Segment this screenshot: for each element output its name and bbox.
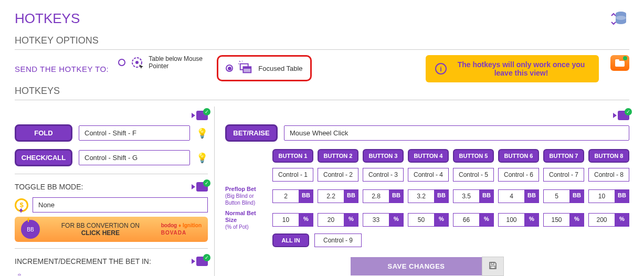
section-hotkeys: HOTKEYS: [15, 86, 629, 97]
bb-badge-icon: BB: [21, 220, 40, 239]
check-call-button[interactable]: CHECK/CALL: [15, 149, 72, 166]
section-options: HOTKEY OPTIONS: [15, 35, 629, 46]
button-header-3[interactable]: BUTTON 3: [363, 149, 404, 163]
check-hotkey-input[interactable]: Control - Shift - G: [79, 150, 190, 165]
cursor-target-icon: [130, 55, 144, 70]
button-header-8[interactable]: BUTTON 8: [588, 149, 629, 163]
normal-val-7[interactable]: 150: [543, 213, 569, 227]
svg-point-2: [616, 20, 626, 24]
fold-hotkey-input[interactable]: Control - Shift - F: [79, 125, 190, 141]
button-header-4[interactable]: BUTTON 4: [408, 149, 449, 163]
bb-toggle-hotkey-input[interactable]: None: [33, 197, 208, 213]
ctrl-input-7[interactable]: Control - 7: [543, 168, 584, 182]
svg-rect-10: [615, 59, 619, 62]
preflop-val-4[interactable]: 3.2: [408, 189, 434, 203]
bet-raise-hotkey-input[interactable]: Mouse Wheel Click: [284, 125, 629, 141]
focused-window-icon: [238, 61, 253, 76]
ctrl-input-3[interactable]: Control - 3: [363, 168, 404, 182]
inc-folder-expand[interactable]: ✓: [192, 257, 208, 266]
increment-header: INCREMENT/DECREMENT THE BET IN:: [15, 257, 151, 266]
save-disk-icon-button[interactable]: [482, 257, 504, 276]
normal-val-3[interactable]: 33: [363, 213, 389, 227]
preflop-val-7[interactable]: 5: [543, 189, 569, 203]
ctrl-input-6[interactable]: Control - 6: [498, 168, 539, 182]
button-header-5[interactable]: BUTTON 5: [453, 149, 494, 163]
normal-val-8[interactable]: 200: [588, 213, 615, 227]
database-icon[interactable]: [609, 10, 628, 28]
normal-val-2[interactable]: 20: [318, 213, 344, 227]
preflop-val-6[interactable]: 4: [498, 189, 524, 203]
bet-raise-button[interactable]: BET/RAISE: [225, 124, 278, 142]
radio-focused-option-highlighted[interactable]: Focused Table: [217, 55, 311, 81]
toggle-bb-header: TOGGLE BB MODE:: [15, 183, 83, 191]
ctrl-input-1[interactable]: Control - 1: [272, 168, 313, 182]
hint-icon[interactable]: 💡: [196, 152, 208, 164]
svg-rect-8: [244, 67, 251, 69]
promo-click-here[interactable]: CLICK HERE: [45, 229, 156, 237]
bb-conversion-promo[interactable]: BB FOR BB CONVERTION ON CLICK HERE bodog…: [15, 217, 208, 242]
ctrl-input-4[interactable]: Control - 4: [408, 168, 449, 182]
svg-point-5: [135, 61, 139, 64]
preflop-val-3[interactable]: 2.8: [363, 189, 389, 203]
bb-folder-expand[interactable]: ✓: [192, 182, 208, 192]
hint-icon[interactable]: 💡: [196, 128, 208, 139]
radio-pointer-option[interactable]: Table below Mouse Pointer: [118, 55, 212, 70]
all-in-button[interactable]: ALL IN: [272, 233, 309, 247]
ctrl-input-8[interactable]: Control - 8: [588, 168, 629, 182]
normal-val-6[interactable]: 100: [498, 213, 524, 227]
normal-val-5[interactable]: 66: [453, 213, 479, 227]
ctrl-input-5[interactable]: Control - 5: [453, 168, 494, 182]
page-title: HOTKEYS: [15, 10, 629, 27]
warning-notice: i The hotkeys will only work once you le…: [426, 55, 599, 82]
normal-val-1[interactable]: 10: [272, 213, 299, 227]
right-folder-expand[interactable]: ✓: [613, 111, 629, 120]
normal-val-4[interactable]: 50: [408, 213, 434, 227]
button-header-1[interactable]: BUTTON 1: [272, 149, 313, 163]
all-in-hotkey-input[interactable]: Control - 9: [314, 233, 362, 247]
ctrl-input-2[interactable]: Control - 2: [318, 168, 358, 182]
notice-text: The hotkeys will only work once you leav…: [453, 60, 589, 77]
mouse-scroll-icon: [15, 274, 24, 276]
info-icon: i: [435, 63, 447, 75]
promo-line1: FOR BB CONVERTION ON: [61, 222, 140, 229]
brand-logos: bodog ♦ Ignition BOVADA: [161, 222, 202, 237]
focused-option-label: Focused Table: [258, 65, 302, 72]
normal-label: Normal Bet Size(% of Pot): [225, 210, 268, 231]
left-folder-expand[interactable]: ✓: [192, 111, 208, 120]
preflop-val-2[interactable]: 2.2: [318, 189, 344, 203]
fold-button[interactable]: FOLD: [15, 124, 72, 142]
save-changes-button[interactable]: SAVE CHANGES: [351, 257, 482, 275]
coin-dollar-icon: $: [15, 198, 28, 212]
button-header-2[interactable]: BUTTON 2: [318, 149, 358, 163]
radio-focused-circle[interactable]: [226, 65, 233, 72]
export-folder-button[interactable]: [610, 55, 629, 71]
preflop-val-5[interactable]: 3.5: [453, 189, 479, 203]
svg-point-3: [616, 16, 626, 20]
button-header-7[interactable]: BUTTON 7: [543, 149, 584, 163]
preflop-val-8[interactable]: 10: [588, 189, 615, 203]
button-header-6[interactable]: BUTTON 6: [498, 149, 539, 163]
preflop-val-1[interactable]: 2: [272, 189, 299, 203]
pointer-option-label: Table below Mouse Pointer: [149, 55, 212, 70]
preflop-label: Preflop Bet(Big Blind or Button Blind): [225, 186, 268, 207]
radio-pointer-circle[interactable]: [118, 59, 125, 66]
send-hotkey-label: SEND THE HOTKEY TO:: [15, 65, 109, 73]
